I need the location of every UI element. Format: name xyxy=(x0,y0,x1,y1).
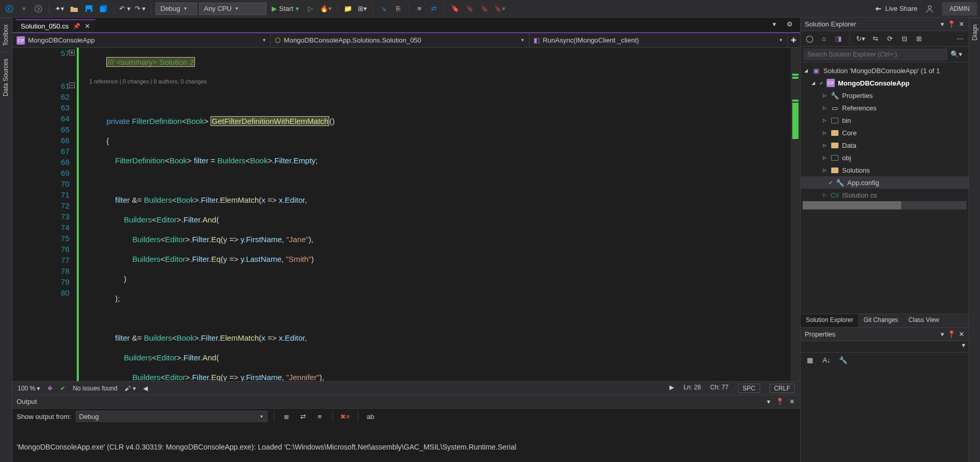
health-icon[interactable]: ❖ xyxy=(47,385,53,392)
start-button[interactable]: ▶Start ▾ xyxy=(269,3,302,15)
undo-button[interactable]: ↶ ▾ xyxy=(118,3,132,15)
document-tab[interactable]: Solution_050.cs 📌 ✕ xyxy=(16,19,95,32)
search-icon[interactable]: 🔍▾ xyxy=(947,50,965,58)
brush-icon[interactable]: 🖌 ▾ xyxy=(124,385,135,392)
open-file-button[interactable] xyxy=(68,3,80,15)
wrench-icon: 🔧 xyxy=(831,91,839,100)
bookmark4-icon[interactable]: 🔖▾ xyxy=(493,3,507,15)
output-dropdown-icon[interactable]: ▾ xyxy=(766,397,772,407)
redo-button[interactable]: ↷ ▾ xyxy=(134,3,147,15)
nav-fwd2-button[interactable] xyxy=(32,3,45,15)
tabs-gear-icon[interactable]: ⚙ xyxy=(783,18,796,30)
props-dropdown-icon[interactable]: ▾ xyxy=(941,330,944,338)
out-btn2[interactable]: ⇄ xyxy=(297,410,310,423)
tabs-dropdown-icon[interactable]: ▾ xyxy=(768,18,780,30)
new-item-button[interactable]: ✦▾ xyxy=(53,3,66,15)
account-icon[interactable] xyxy=(923,3,936,15)
sln-switch-icon[interactable]: ◨ xyxy=(833,33,844,45)
step-over-icon[interactable]: ⎘ xyxy=(392,3,404,15)
sln-back-icon[interactable]: ◯ xyxy=(804,33,815,45)
sln-data[interactable]: ▷Data xyxy=(801,139,969,151)
output-source-select[interactable]: Debug▼ xyxy=(76,411,268,422)
admin-badge[interactable]: ADMIN xyxy=(942,2,977,16)
sln-close-icon[interactable]: ✕ xyxy=(959,20,964,28)
crlf-label[interactable]: CRLF xyxy=(769,384,795,393)
tab-class-view[interactable]: Class View xyxy=(903,314,944,327)
bookmark2-icon[interactable]: 🔖 xyxy=(464,3,476,15)
code-body[interactable]: /// <summary> Solution 2 1 reference | 0… xyxy=(85,48,791,381)
output-body[interactable]: 'MongoDBConsoleApp.exe' (CLR v4.0.30319:… xyxy=(12,424,800,462)
step-into-icon[interactable]: ↘ xyxy=(377,3,390,15)
props-cat-icon[interactable]: ▦ xyxy=(804,354,816,366)
sln-references[interactable]: ▷▭References xyxy=(801,102,969,114)
props-obj-dropdown[interactable]: ▾ xyxy=(962,341,965,352)
sln-obj[interactable]: ▷obj xyxy=(801,151,969,164)
sln-pin-icon[interactable]: 📍 xyxy=(947,20,956,28)
split-icon[interactable]: ✚ xyxy=(788,34,800,47)
editor-scrollbar[interactable] xyxy=(791,48,800,381)
bookmark-icon[interactable]: 🔖 xyxy=(449,3,461,15)
solution-tree[interactable]: ◢▣Solution 'MongoDBConsoleApp' (1 of 1 ◢… xyxy=(801,62,969,314)
output-close-icon[interactable]: ✕ xyxy=(788,397,796,407)
browse-button[interactable]: 📁 xyxy=(342,3,354,15)
save-button[interactable] xyxy=(82,3,95,15)
sln-appconfig[interactable]: ✔🔧App.config xyxy=(801,176,969,189)
datasources-tab[interactable]: Data Sources xyxy=(0,52,11,103)
config-select[interactable]: Debug▼ xyxy=(156,3,197,15)
nav-fwd-button[interactable]: ▾ xyxy=(18,3,30,15)
sln-history-icon[interactable]: ↻▾ xyxy=(855,33,866,45)
output-pin-icon[interactable]: 📍 xyxy=(775,397,785,407)
sln-solutions[interactable]: ▷Solutions xyxy=(801,164,969,176)
hot-reload-button[interactable]: 🔥▾ xyxy=(319,3,333,15)
platform-select[interactable]: Any CPU▼ xyxy=(199,3,267,15)
main-toolbar: ▾ ✦▾ ↶ ▾ ↷ ▾ Debug▼ Any CPU▼ ▶Start ▾ ▷ … xyxy=(0,0,980,18)
sln-sync-icon[interactable]: ⇆ xyxy=(870,33,881,45)
sln-home-icon[interactable]: ⌂ xyxy=(818,33,830,45)
code-editor[interactable]: 57 61 62 63 64 65 66 67 68 69 70 71 72 7… xyxy=(12,48,800,381)
pin-icon[interactable]: 📌 xyxy=(73,23,80,30)
sln-search-input[interactable] xyxy=(804,49,947,60)
tab-sln-explorer[interactable]: Solution Explorer xyxy=(801,314,858,327)
class-nav-select[interactable]: ⬡MongoDBConsoleApp.Solutions.Solution_05… xyxy=(271,33,529,47)
sln-properties[interactable]: ▷🔧Properties xyxy=(801,89,969,102)
sln-refresh-icon[interactable]: ⟳ xyxy=(884,33,895,45)
issues-label[interactable]: No issues found xyxy=(73,385,117,392)
sln-root[interactable]: ◢▣Solution 'MongoDBConsoleApp' (1 of 1 xyxy=(801,64,969,77)
toolbox-tab[interactable]: Toolbox xyxy=(0,18,11,52)
tab-git-changes[interactable]: Git Changes xyxy=(858,314,903,327)
bookmark3-icon[interactable]: 🔖 xyxy=(478,3,491,15)
fold-minus-icon[interactable]: − xyxy=(69,82,75,88)
outdent-icon[interactable]: ≡ xyxy=(413,3,426,15)
props-close-icon[interactable]: ✕ xyxy=(959,330,964,338)
start-nodebug-button[interactable]: ▷ xyxy=(304,3,317,15)
spc-label[interactable]: SPC xyxy=(738,384,760,393)
indent-icon[interactable]: ⇄ xyxy=(428,3,440,15)
out-clear-icon[interactable]: ✖≡ xyxy=(339,410,352,423)
out-btn3[interactable]: ≡ xyxy=(314,410,326,423)
tree-hscroll[interactable] xyxy=(803,201,967,209)
close-tab-icon[interactable]: ✕ xyxy=(85,22,90,30)
props-pin-icon[interactable]: 📍 xyxy=(947,330,956,338)
fold-plus-icon[interactable]: + xyxy=(69,50,75,55)
window-button[interactable]: ⊞▾ xyxy=(356,3,369,15)
project-nav-select[interactable]: C#MongoDBConsoleApp▼ xyxy=(12,33,271,47)
sln-showall-icon[interactable]: ⊞ xyxy=(913,33,925,45)
sln-collapse-icon[interactable]: ⊟ xyxy=(899,33,910,45)
sln-dropdown-icon[interactable]: ▾ xyxy=(941,20,944,28)
diag-tab[interactable]: Diagn xyxy=(969,18,980,47)
nav-back-button[interactable] xyxy=(3,3,16,15)
sln-bin[interactable]: ▷bin xyxy=(801,114,969,127)
out-wrap-icon[interactable]: ab xyxy=(365,410,377,423)
liveshare-button[interactable]: Live Share xyxy=(870,5,921,13)
sln-isolution[interactable]: ▷C#ISolution cs xyxy=(801,189,969,201)
props-wrench-icon[interactable]: 🔧 xyxy=(837,354,849,366)
out-btn1[interactable]: ≣ xyxy=(281,410,293,423)
codelens[interactable]: 1 reference | 0 changes | 0 authors, 0 c… xyxy=(89,76,791,87)
save-all-button[interactable] xyxy=(97,3,109,15)
sln-more-icon[interactable]: ⋯ xyxy=(954,33,965,45)
props-sort-icon[interactable]: A↓ xyxy=(820,354,833,366)
sln-project[interactable]: ◢✔C#MongoDBConsoleApp xyxy=(801,77,969,89)
method-nav-select[interactable]: ◧RunAsync(IMongoClient _client)▼ xyxy=(529,33,788,47)
zoom-select[interactable]: 100 % ▾ xyxy=(18,385,40,392)
sln-core[interactable]: ▷Core xyxy=(801,127,969,139)
